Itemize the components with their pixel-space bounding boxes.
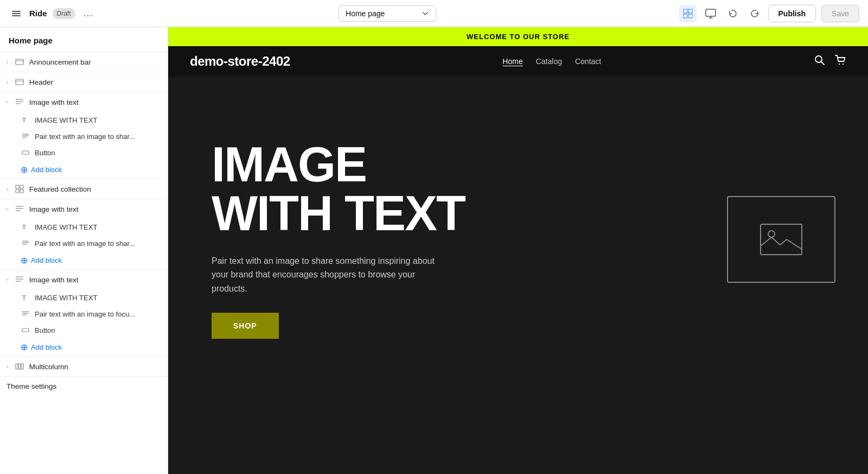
sub-item-iwt1-button[interactable]: Button <box>0 144 168 161</box>
sub-item-iwt3-title[interactable]: T IMAGE WITH TEXT <box>0 289 168 306</box>
add-block-1-button[interactable]: ⊕ Add block <box>0 161 168 179</box>
featured-collection-icon <box>14 184 25 194</box>
button-block-icon-3 <box>21 325 30 335</box>
sidebar-title: Home page <box>0 27 168 52</box>
sub-item-iwt3-pair[interactable]: Pair text with an image to focu... <box>0 306 168 322</box>
desktop-view-icon[interactable] <box>702 5 719 22</box>
shop-button[interactable]: SHOP <box>212 313 279 339</box>
sidebar-item-image-with-text-2[interactable]: › Image with text <box>0 199 168 219</box>
image-with-text-1-icon <box>14 97 25 108</box>
iwt1-button-label: Button <box>35 149 161 157</box>
lines-block-icon-2 <box>21 238 30 248</box>
sub-item-iwt3-button[interactable]: Button <box>0 322 168 338</box>
sidebar-item-featured-collection[interactable]: › Featured collection <box>0 179 168 199</box>
theme-settings-button[interactable]: Theme settings <box>0 377 168 396</box>
topbar-right: Publish Save <box>679 5 859 22</box>
hero-image-placeholder <box>727 196 835 283</box>
announcement-bar-preview: WELCOME TO OUR STORE <box>168 27 868 46</box>
search-icon[interactable] <box>814 54 826 69</box>
svg-rect-10 <box>16 79 23 85</box>
add-block-2-label: Add block <box>31 256 62 264</box>
add-block-2-button[interactable]: ⊕ Add block <box>0 251 168 269</box>
sidebar-section-image-with-text-2: › Image with text T IMAGE WITH TEXT <box>0 199 168 270</box>
announcement-bar-text: WELCOME TO OUR STORE <box>467 33 570 41</box>
sidebar-item-header[interactable]: › Header <box>0 72 168 92</box>
sidebar-item-announcement-bar[interactable]: › Announcement bar <box>0 52 168 72</box>
undo-button[interactable] <box>725 5 741 22</box>
image-with-text-3-label: Image with text <box>29 276 161 284</box>
more-button[interactable]: ... <box>81 6 96 21</box>
cart-icon[interactable] <box>834 54 846 69</box>
text-block-icon-2: T <box>21 222 30 232</box>
image-with-text-3-icon <box>14 274 25 285</box>
store-logo: demo-store-2402 <box>190 54 290 69</box>
store-name: Ride <box>29 9 47 18</box>
chevron-down-icon: › <box>4 101 11 103</box>
iwt3-pair-label: Pair text with an image to focu... <box>35 310 161 318</box>
sub-item-iwt2-pair[interactable]: Pair text with an image to shar... <box>0 235 168 251</box>
chevron-right-icon: › <box>7 59 9 65</box>
svg-rect-1 <box>12 13 21 14</box>
sidebar-section-featured-collection: › Featured collection <box>0 179 168 199</box>
save-button[interactable]: Save <box>821 5 859 22</box>
draft-badge: Draft <box>53 8 75 19</box>
sidebar-item-multicolumn[interactable]: › Multicolumn <box>0 357 168 376</box>
hero-heading: IMAGE WITH TEXT <box>212 140 705 238</box>
add-block-3-label: Add block <box>31 343 62 351</box>
lines-block-icon <box>21 131 30 141</box>
sidebar-item-image-with-text-1[interactable]: › Image with text <box>0 92 168 112</box>
text-block-icon: T <box>21 115 30 125</box>
header-icon <box>14 77 25 87</box>
featured-collection-label: Featured collection <box>29 185 161 193</box>
marquee-icon <box>683 9 693 18</box>
svg-rect-40 <box>18 364 21 369</box>
sidebar-item-image-with-text-3[interactable]: › Image with text <box>0 270 168 289</box>
svg-point-47 <box>768 231 775 237</box>
nav-icons <box>814 54 846 69</box>
image-placeholder-icon <box>760 223 803 256</box>
sidebar-section-multicolumn: › Multicolumn <box>0 357 168 377</box>
image-with-text-2-icon <box>14 204 25 214</box>
page-selector-value: Home page <box>346 9 385 18</box>
hero-heading-line2: WITH TEXT <box>212 186 465 241</box>
svg-rect-41 <box>21 364 23 369</box>
page-selector[interactable]: Home page <box>339 5 436 22</box>
nav-link-home[interactable]: Home <box>502 57 522 66</box>
chevron-down-icon: › <box>4 208 11 210</box>
svg-text:T: T <box>22 224 26 230</box>
multicolumn-label: Multicolumn <box>29 363 161 371</box>
header-label: Header <box>29 78 161 86</box>
svg-rect-8 <box>16 59 23 65</box>
svg-rect-21 <box>20 185 23 188</box>
multicolumn-icon <box>14 361 25 372</box>
hero-content: IMAGE WITH TEXT Pair text with an image … <box>212 140 705 339</box>
chevron-down-icon-3: › <box>4 279 11 281</box>
iwt3-title-label: IMAGE WITH TEXT <box>35 294 161 302</box>
iwt2-title-label: IMAGE WITH TEXT <box>35 223 161 231</box>
redo-button[interactable] <box>746 5 763 22</box>
svg-line-43 <box>821 61 824 65</box>
svg-rect-2 <box>12 15 21 16</box>
topbar-left: Ride Draft ... <box>9 6 96 21</box>
selection-tool-icon[interactable] <box>679 5 697 22</box>
svg-rect-20 <box>16 185 19 188</box>
add-block-1-label: Add block <box>31 166 62 174</box>
svg-rect-0 <box>12 11 21 12</box>
svg-rect-6 <box>688 14 692 18</box>
nav-link-catalog[interactable]: Catalog <box>536 57 562 66</box>
chevron-right-icon-mc: › <box>7 363 9 370</box>
nav-link-contact[interactable]: Contact <box>575 57 601 66</box>
sub-item-iwt1-pair[interactable]: Pair text with an image to shar... <box>0 128 168 144</box>
topbar-center: Home page <box>103 5 673 22</box>
chevron-down-icon <box>422 10 429 17</box>
add-block-3-button[interactable]: ⊕ Add block <box>0 338 168 356</box>
svg-point-45 <box>843 63 844 64</box>
back-icon[interactable] <box>9 6 24 21</box>
topbar: Ride Draft ... Home page <box>0 0 868 27</box>
iwt1-title-label: IMAGE WITH TEXT <box>35 116 161 124</box>
publish-button[interactable]: Publish <box>768 5 816 22</box>
plus-icon-3: ⊕ <box>21 342 28 352</box>
sidebar-section-image-with-text-1: › Image with text T IMAGE WITH TEXT <box>0 92 168 179</box>
sub-item-iwt2-title[interactable]: T IMAGE WITH TEXT <box>0 219 168 235</box>
sub-item-iwt1-title[interactable]: T IMAGE WITH TEXT <box>0 112 168 128</box>
